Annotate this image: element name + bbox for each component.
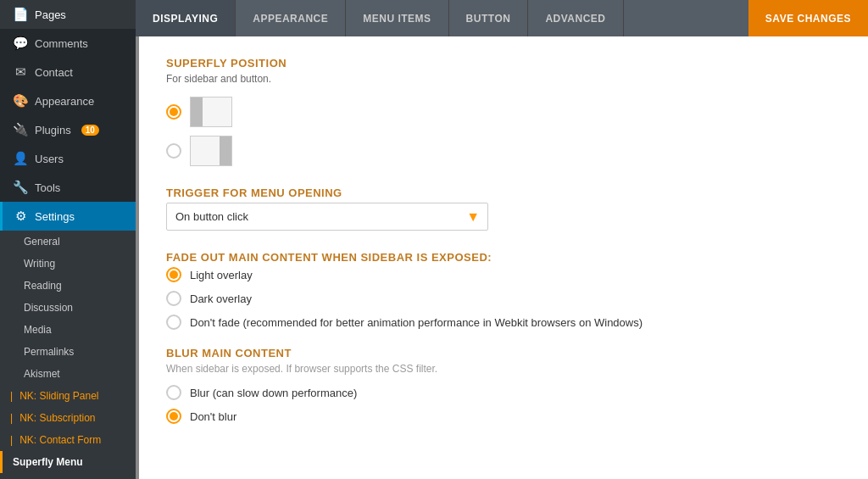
blur-no-label: Don't blur	[190, 410, 236, 423]
sidebar-item-label: Comments	[35, 37, 88, 50]
sidebar-item-reading[interactable]: Reading	[0, 275, 136, 297]
sidebar-item-nk-sliding[interactable]: | NK: Sliding Panel	[0, 385, 136, 407]
main-wrapper: DISPLAYING APPEARANCE MENU ITEMS BUTTON …	[136, 0, 868, 479]
blur-no-radio[interactable]	[166, 409, 181, 424]
sidebar-item-label: Pages	[35, 8, 66, 21]
sidebar-item-media[interactable]: Media	[0, 319, 136, 341]
fade-none-radio[interactable]	[166, 315, 181, 330]
fade-none-option[interactable]: Don't fade (recommended for better anima…	[166, 315, 841, 330]
submenu-label: Superfly Menu	[13, 456, 83, 468]
sidebar-item-pages[interactable]: 📄 Pages	[0, 0, 136, 29]
sidebar-item-plugins[interactable]: 🔌 Plugins 10	[0, 115, 136, 144]
sidebar-item-label: Users	[35, 153, 64, 165]
comments-icon: 💬	[13, 36, 28, 51]
submenu-label: NK: Sliding Panel	[19, 390, 98, 402]
save-changes-button[interactable]: SAVE CHANGES	[748, 0, 868, 36]
appearance-icon: 🎨	[13, 93, 28, 109]
blur-no-option[interactable]: Don't blur	[166, 409, 841, 424]
fade-title: FADE OUT MAIN CONTENT WHEN SIDEBAR IS EX…	[166, 251, 841, 264]
superfly-position-title: SUPERFLY POSITION	[166, 57, 841, 70]
tab-appearance[interactable]: APPEARANCE	[236, 0, 346, 36]
submenu-label: General	[24, 236, 60, 248]
blur-title: BLUR MAIN CONTENT	[166, 347, 841, 359]
sidebar-item-users[interactable]: 👤 Users	[0, 144, 136, 173]
submenu-label: Discussion	[24, 302, 73, 314]
sidebar: 📄 Pages 💬 Comments ✉ Contact 🎨 Appearanc…	[0, 0, 136, 479]
submenu-label: NK: Subscription	[19, 412, 95, 424]
sidebar-item-label: Appearance	[35, 95, 94, 108]
position-left-image	[190, 97, 232, 127]
fade-none-label: Don't fade (recommended for better anima…	[190, 316, 643, 329]
submenu-label: Permalinks	[24, 346, 74, 358]
sidebar-item-writing[interactable]: Writing	[0, 253, 136, 275]
trigger-dropdown[interactable]: On button click On hover On icon click	[166, 203, 488, 231]
fade-light-label: Light overlay	[190, 269, 253, 281]
submenu-label: Writing	[24, 258, 55, 270]
right-bar	[220, 136, 231, 165]
sidebar-item-tools[interactable]: 🔧 Tools	[0, 173, 136, 202]
sidebar-item-nk-sub[interactable]: | NK: Subscription	[0, 407, 136, 429]
plugins-icon: 🔌	[13, 122, 28, 137]
fade-light-overlay[interactable]: Light overlay	[166, 267, 841, 282]
fade-radio-group: Light overlay Dark overlay Don't fade (r…	[166, 267, 841, 330]
sidebar-item-settings[interactable]: ⚙ Settings	[0, 202, 136, 231]
position-right-radio[interactable]	[166, 143, 181, 159]
position-right-option[interactable]	[166, 136, 841, 166]
tab-bar: DISPLAYING APPEARANCE MENU ITEMS BUTTON …	[136, 0, 868, 36]
main-content: SUPERFLY POSITION For sidebar and button…	[136, 36, 868, 479]
tab-menu-items[interactable]: MENU ITEMS	[346, 0, 448, 36]
sidebar-item-label: Settings	[35, 210, 75, 223]
users-icon: 👤	[13, 151, 28, 166]
tools-icon: 🔧	[13, 180, 28, 195]
sidebar-item-comments[interactable]: 💬 Comments	[0, 29, 136, 58]
sidebar-item-label: Plugins	[35, 124, 71, 136]
sidebar-item-permalinks[interactable]: Permalinks	[0, 341, 136, 363]
position-right-image	[190, 136, 232, 166]
submenu-label: Akismet	[24, 368, 60, 380]
sidebar-item-label: Contact	[35, 66, 73, 79]
trigger-title: TRIGGER FOR MENU OPENING	[166, 187, 841, 199]
tab-button[interactable]: BUTTON	[449, 0, 529, 36]
superfly-position-desc: For sidebar and button.	[166, 73, 841, 85]
blur-yes-radio[interactable]	[166, 385, 181, 400]
tab-displaying[interactable]: DISPLAYING	[136, 0, 236, 36]
position-options	[166, 97, 841, 166]
settings-icon: ⚙	[13, 209, 28, 224]
sidebar-item-appearance[interactable]: 🎨 Appearance	[0, 86, 136, 115]
sidebar-item-nk-contact[interactable]: | NK: Contact Form	[0, 429, 136, 451]
sidebar-item-label: Tools	[35, 181, 60, 194]
tab-advanced[interactable]: ADVANCED	[528, 0, 623, 36]
blur-radio-group: Blur (can slow down performance) Don't b…	[166, 385, 841, 424]
fade-dark-label: Dark overlay	[190, 292, 252, 305]
sidebar-item-superfly[interactable]: Superfly Menu	[0, 451, 136, 473]
plugins-badge: 10	[81, 125, 99, 136]
sidebar-item-akismet[interactable]: Akismet	[0, 363, 136, 385]
submenu-label: NK: Contact Form	[19, 434, 101, 446]
trigger-dropdown-wrap: On button click On hover On icon click ▼	[166, 203, 488, 231]
sidebar-item-contact[interactable]: ✉ Contact	[0, 58, 136, 86]
settings-submenu: General Writing Reading Discussion Media…	[0, 231, 136, 479]
left-bar	[191, 97, 203, 126]
contact-icon: ✉	[13, 64, 28, 80]
position-left-option[interactable]	[166, 97, 841, 127]
sidebar-item-general[interactable]: General	[0, 231, 136, 253]
blur-yes-option[interactable]: Blur (can slow down performance)	[166, 385, 841, 400]
pages-icon: 📄	[13, 7, 28, 22]
sidebar-item-cron[interactable]: Cron Schedules	[0, 473, 136, 479]
position-left-radio[interactable]	[166, 104, 181, 120]
blur-yes-label: Blur (can slow down performance)	[190, 387, 357, 399]
fade-dark-radio[interactable]	[166, 291, 181, 306]
fade-dark-overlay[interactable]: Dark overlay	[166, 291, 841, 306]
submenu-label: Media	[24, 324, 52, 336]
sidebar-item-discussion[interactable]: Discussion	[0, 297, 136, 319]
blur-desc: When sidebar is exposed. If browser supp…	[166, 363, 841, 375]
submenu-label: Reading	[24, 280, 62, 292]
fade-light-radio[interactable]	[166, 267, 181, 282]
